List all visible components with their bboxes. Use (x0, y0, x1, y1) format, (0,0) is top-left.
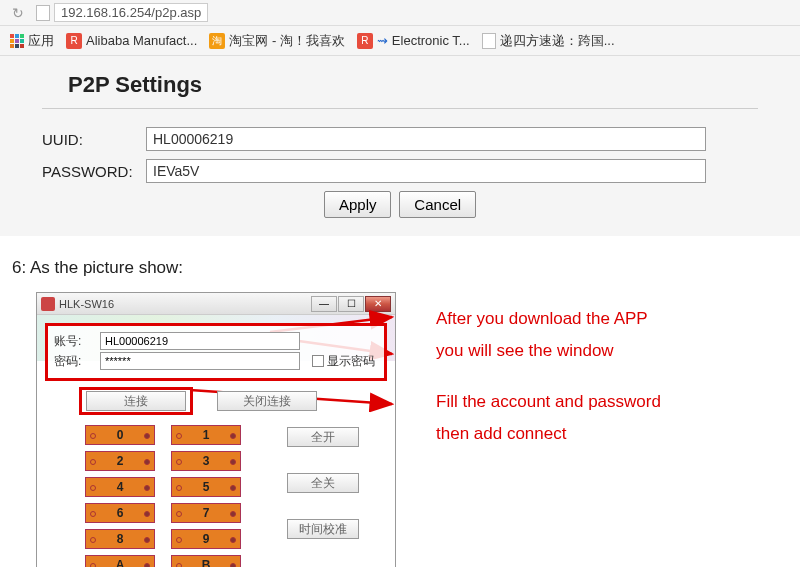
connect-button[interactable]: 连接 (86, 391, 186, 411)
step-6-text: 6: As the picture show: (12, 258, 800, 278)
alibaba-icon: R (66, 33, 82, 49)
checkbox-icon (312, 355, 324, 367)
account-label: 账号: (54, 333, 94, 350)
p2p-settings-panel: P2P Settings UUID: PASSWORD: Apply Cance… (0, 56, 800, 236)
electronic-icon: R (357, 33, 373, 49)
annot-2-line-1: Fill the account and password (436, 389, 661, 415)
relay-b-button[interactable]: B (171, 555, 241, 567)
apps-label: 应用 (28, 32, 54, 50)
browser-url-bar: ↻ 192.168.16.254/p2p.asp (0, 0, 800, 26)
window-title: HLK-SW16 (59, 298, 114, 310)
relay-7-button[interactable]: 7 (171, 503, 241, 523)
connect-highlight: 连接 (79, 387, 193, 415)
uuid-label: UUID: (42, 131, 146, 148)
bookmark-taobao[interactable]: 淘 淘宝网 - 淘！我喜欢 (209, 32, 345, 50)
annotations: After you download the APP you will see … (436, 292, 661, 452)
annot-2-line-2: then add connect (436, 421, 661, 447)
password-label: PASSWORD: (42, 163, 146, 180)
bookmark-4px[interactable]: 递四方速递：跨国... (482, 32, 615, 50)
page-title: P2P Settings (68, 72, 770, 98)
disconnect-button[interactable]: 关闭连接 (217, 391, 317, 411)
uuid-input[interactable] (146, 127, 706, 151)
annot-1-line-1: After you download the APP (436, 306, 661, 332)
app-pwd-input[interactable] (100, 352, 300, 370)
relay-9-button[interactable]: 9 (171, 529, 241, 549)
relay-col-right: 1 3 5 7 9 B (171, 425, 241, 567)
time-calibrate-button[interactable]: 时间校准 (287, 519, 359, 539)
relay-col-left: 0 2 4 6 8 A (85, 425, 155, 567)
relay-6-button[interactable]: 6 (85, 503, 155, 523)
app-pwd-label: 密码: (54, 353, 94, 370)
relay-4-button[interactable]: 4 (85, 477, 155, 497)
all-off-button[interactable]: 全关 (287, 473, 359, 493)
relay-2-button[interactable]: 2 (85, 451, 155, 471)
apps-icon (10, 34, 24, 48)
all-on-button[interactable]: 全开 (287, 427, 359, 447)
password-input[interactable] (146, 159, 706, 183)
page-icon (36, 5, 50, 21)
cancel-button[interactable]: Cancel (399, 191, 476, 218)
java-icon (41, 297, 55, 311)
relay-8-button[interactable]: 8 (85, 529, 155, 549)
show-pwd-checkbox[interactable]: 显示密码 (312, 353, 375, 370)
reload-icon[interactable]: ↻ (8, 4, 28, 22)
annot-1-line-2: you will see the window (436, 338, 661, 364)
maximize-icon[interactable]: ☐ (338, 296, 364, 312)
relay-5-button[interactable]: 5 (171, 477, 241, 497)
account-input[interactable] (100, 332, 300, 350)
apps-button[interactable]: 应用 (10, 32, 54, 50)
relay-1-button[interactable]: 1 (171, 425, 241, 445)
hlk-app-window: HLK-SW16 — ☐ ✕ 账号: 密码: 显示密 (36, 292, 396, 567)
close-icon[interactable]: ✕ (365, 296, 391, 312)
bookmark-electronic[interactable]: R ⇝ Electronic T... (357, 33, 470, 49)
lower-section: HLK-SW16 — ☐ ✕ 账号: 密码: 显示密 (0, 292, 800, 567)
4px-icon (482, 33, 496, 49)
taobao-icon: 淘 (209, 33, 225, 49)
minimize-icon[interactable]: — (311, 296, 337, 312)
relay-3-button[interactable]: 3 (171, 451, 241, 471)
titlebar[interactable]: HLK-SW16 — ☐ ✕ (37, 293, 395, 315)
credentials-highlight: 账号: 密码: 显示密码 (45, 323, 387, 381)
bookmarks-bar: 应用 R Alibaba Manufact... 淘 淘宝网 - 淘！我喜欢 R… (0, 26, 800, 56)
bookmark-alibaba[interactable]: R Alibaba Manufact... (66, 33, 197, 49)
relay-0-button[interactable]: 0 (85, 425, 155, 445)
apply-button[interactable]: Apply (324, 191, 392, 218)
url-field[interactable]: 192.168.16.254/p2p.asp (54, 3, 208, 22)
relay-a-button[interactable]: A (85, 555, 155, 567)
